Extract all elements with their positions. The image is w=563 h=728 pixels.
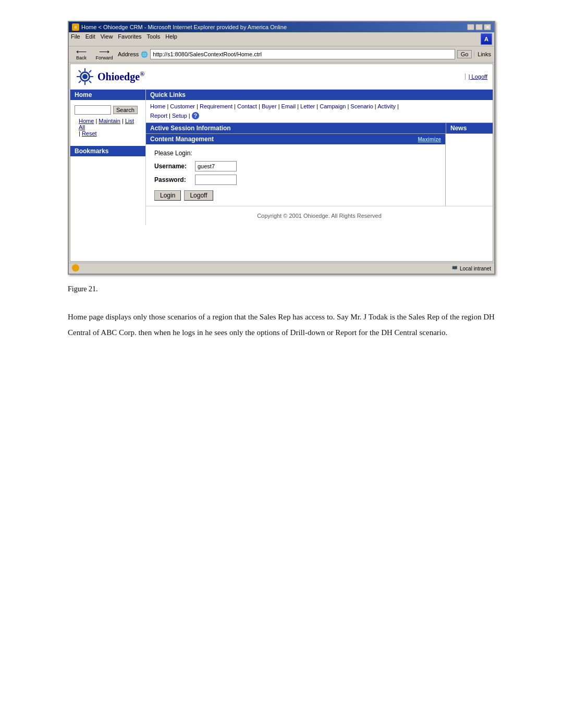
home-link[interactable]: Home xyxy=(79,118,94,124)
forward-button[interactable]: ⟶ Forward xyxy=(95,48,114,60)
svg-point-10 xyxy=(82,74,88,79)
browser-icon: e xyxy=(72,23,79,31)
search-button[interactable]: Search xyxy=(113,106,138,114)
status-right: 🖥️ Local intranet xyxy=(451,266,491,272)
browser-toolbar: ⟵ Back ⟶ Forward Address 🌐 Go Links xyxy=(69,46,494,63)
info-row: Active Session Information News xyxy=(146,122,493,133)
username-row: Username: xyxy=(154,161,437,171)
content-management-header: Content Management Maximize xyxy=(146,134,445,144)
login-form: Please Login: Username: Password: xyxy=(146,144,445,206)
go-button[interactable]: Go xyxy=(457,50,472,58)
ql-customer[interactable]: Customer xyxy=(170,103,195,109)
address-label: Address xyxy=(118,51,139,57)
address-bar: Address 🌐 Go Links xyxy=(118,49,491,59)
logo-icon xyxy=(76,67,94,86)
status-loading-icon xyxy=(72,264,79,272)
search-input[interactable] xyxy=(75,105,111,115)
ql-setup[interactable]: Setup xyxy=(172,113,187,119)
logoff-link[interactable]: | Logoff xyxy=(465,73,487,80)
back-arrow-icon: ⟵ xyxy=(76,48,87,55)
address-input[interactable] xyxy=(150,49,455,59)
reset-link[interactable]: Reset xyxy=(82,130,97,137)
please-login-text: Please Login: xyxy=(154,150,437,157)
status-right-text: Local intranet xyxy=(460,266,491,272)
body-text: Home page displays only those scenarios … xyxy=(68,309,495,340)
app-header: Ohioedge® | Logoff xyxy=(70,64,493,90)
forward-label: Forward xyxy=(95,55,113,60)
browser-titlebar: e Home < Ohioedge CRM - Microsoft Intern… xyxy=(69,22,494,32)
aol-button[interactable]: A xyxy=(481,33,492,45)
info-body: Content Management Maximize Please Login… xyxy=(146,133,493,206)
ql-email[interactable]: Email xyxy=(282,103,296,109)
password-row: Password: xyxy=(154,175,437,185)
active-session-header: Active Session Information xyxy=(146,123,446,133)
menu-favorites[interactable]: Favorites xyxy=(118,33,141,45)
titlebar-controls: _ □ ✕ xyxy=(467,24,491,30)
svg-line-5 xyxy=(79,70,81,72)
ql-campaign[interactable]: Campaign xyxy=(320,103,346,109)
back-label: Back xyxy=(76,55,87,60)
sidebar-search-area: Search Home | Maintain | List All | Rese… xyxy=(70,103,145,140)
logo-text: Ohioedge® xyxy=(97,70,144,83)
ql-requirement[interactable]: Requirement xyxy=(200,103,232,109)
address-icon: 🌐 xyxy=(141,51,148,58)
sidebar: Home Search Home | Maintain | List All xyxy=(70,90,146,225)
username-input[interactable] xyxy=(195,161,237,171)
quick-links-links: Home | Customer | Requirement | Contact … xyxy=(146,100,493,122)
menu-file[interactable]: File xyxy=(71,33,80,45)
ql-report[interactable]: Report xyxy=(150,113,167,119)
forward-arrow-icon: ⟶ xyxy=(99,48,109,55)
ql-activity[interactable]: Activity xyxy=(377,103,396,109)
logoff-button[interactable]: Logoff xyxy=(184,190,213,201)
login-button[interactable]: Login xyxy=(154,190,181,201)
browser-title: Home < Ohioedge CRM - Microsoft Internet… xyxy=(81,24,287,30)
password-input[interactable] xyxy=(195,175,237,185)
network-icon: 🖥️ xyxy=(451,266,458,272)
quick-links-header: Quick Links xyxy=(146,90,493,100)
status-left xyxy=(72,264,81,273)
page-wrapper: e Home < Ohioedge CRM - Microsoft Intern… xyxy=(68,21,495,340)
titlebar-left: e Home < Ohioedge CRM - Microsoft Intern… xyxy=(72,23,287,31)
password-label: Password: xyxy=(154,176,192,183)
menu-view[interactable]: View xyxy=(101,33,113,45)
app-body: Home Search Home | Maintain | List All xyxy=(70,90,493,225)
svg-line-7 xyxy=(89,70,91,72)
news-header: News xyxy=(446,123,493,133)
menu-edit[interactable]: Edit xyxy=(85,33,95,45)
browser-menubar: File Edit View Favorites Tools Help A xyxy=(69,32,494,46)
sidebar-links: Home | Maintain | List All | Reset xyxy=(75,117,141,138)
svg-line-8 xyxy=(79,81,81,83)
ql-home[interactable]: Home xyxy=(150,103,165,109)
help-icon[interactable]: ? xyxy=(192,112,199,119)
ql-contact[interactable]: Contact xyxy=(237,103,257,109)
username-label: Username: xyxy=(154,163,192,170)
back-button[interactable]: ⟵ Back xyxy=(72,48,91,60)
logo-area: Ohioedge® xyxy=(76,67,144,86)
browser-window: e Home < Ohioedge CRM - Microsoft Intern… xyxy=(68,21,495,275)
minimize-button[interactable]: _ xyxy=(467,24,474,30)
menu-tools[interactable]: Tools xyxy=(147,33,161,45)
copyright-text: Copyright © 2001 Ohioedge. All Rights Re… xyxy=(146,206,493,225)
ql-letter[interactable]: Letter xyxy=(300,103,315,109)
links-button[interactable]: Links xyxy=(474,51,491,57)
ql-scenario[interactable]: Scenario xyxy=(350,103,373,109)
sidebar-home-header: Home xyxy=(70,90,145,100)
form-buttons: Login Logoff xyxy=(154,190,437,201)
search-row: Search xyxy=(75,105,141,115)
maintain-link[interactable]: Maintain xyxy=(99,118,120,124)
svg-line-6 xyxy=(89,81,91,83)
sidebar-bookmarks-header: Bookmarks xyxy=(70,146,145,156)
main-content: Quick Links Home | Customer | Requiremen… xyxy=(146,90,493,225)
close-button[interactable]: ✕ xyxy=(484,24,491,30)
browser-statusbar: 🖥️ Local intranet xyxy=(69,263,494,274)
maximize-button[interactable]: □ xyxy=(475,24,483,30)
figure-caption: Figure 21. xyxy=(68,285,495,293)
ql-buyer[interactable]: Buyer xyxy=(262,103,277,109)
content-management-label: Content Management xyxy=(150,135,214,143)
browser-content: Ohioedge® | Logoff Home Search xyxy=(70,64,493,262)
maximize-link[interactable]: Maximize xyxy=(418,137,441,142)
menu-help[interactable]: Help xyxy=(165,33,177,45)
news-section xyxy=(446,134,493,206)
content-management-section: Content Management Maximize Please Login… xyxy=(146,134,446,206)
